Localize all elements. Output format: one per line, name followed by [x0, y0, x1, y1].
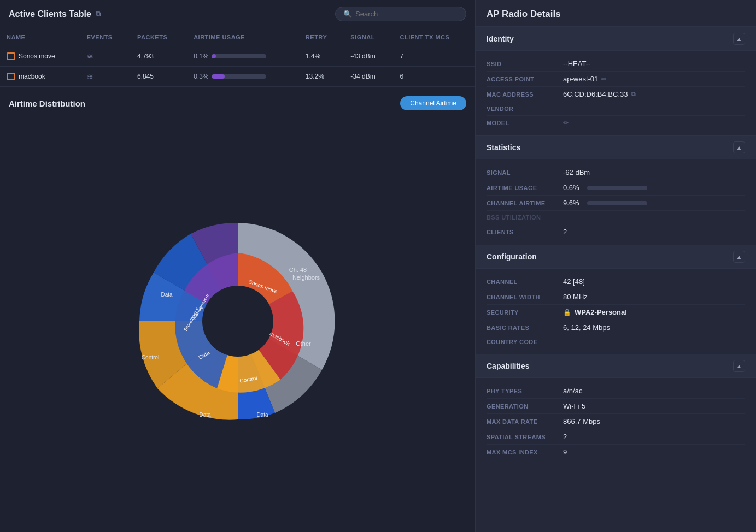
- col-events: EVENTS: [80, 28, 131, 46]
- statistics-collapse-icon[interactable]: ▲: [733, 141, 745, 153]
- clients-label: CLIENTS: [487, 229, 563, 235]
- ssid-label: SSID: [487, 61, 563, 67]
- configuration-section-header[interactable]: Configuration ▲: [476, 245, 756, 269]
- clients-row: CLIENTS 2: [487, 224, 745, 239]
- configuration-body: CHANNEL 42 [48] CHANNEL WIDTH 80 MHz SEC…: [476, 269, 756, 354]
- max-mcs-row: MAX MCS INDEX 9: [487, 445, 745, 459]
- spatial-streams-label: SPATIAL STREAMS: [487, 434, 563, 440]
- ssid-row: SSID --HEAT--: [487, 56, 745, 72]
- access-point-edit-icon[interactable]: ✏: [601, 75, 607, 83]
- channel-airtime-bar: [587, 201, 647, 205]
- search-input[interactable]: [355, 10, 458, 18]
- vendor-row: VENDOR: [487, 102, 745, 116]
- generation-label: GENERATION: [487, 403, 563, 410]
- search-box[interactable]: 🔍: [335, 7, 466, 21]
- svg-text:Data: Data: [161, 292, 173, 298]
- generation-value: Wi-Fi 5: [563, 402, 745, 410]
- mac-copy-icon[interactable]: ⧉: [631, 91, 636, 98]
- svg-text:Control: Control: [141, 354, 159, 360]
- capabilities-label: Capabilities: [487, 362, 530, 370]
- identity-section-header[interactable]: Identity ▲: [476, 27, 756, 51]
- identity-body: SSID --HEAT-- ACCESS POINT ap-west-01 ✏ …: [476, 51, 756, 135]
- max-data-rate-row: MAX DATA RATE 866.7 Mbps: [487, 414, 745, 429]
- airtime-usage-value: 0.6%: [563, 184, 745, 192]
- wifi-icon: ≋: [87, 72, 93, 81]
- col-name: NAME: [0, 28, 80, 46]
- airtime-title: Airtime Distribution: [9, 99, 85, 108]
- device-name-text: Sonos move: [19, 52, 55, 60]
- device-name-text: macbook: [19, 73, 45, 80]
- basic-rates-label: BASIC RATES: [487, 324, 563, 331]
- events-cell: ≋: [80, 46, 131, 67]
- packets-cell: 6,845: [131, 67, 187, 87]
- statistics-body: SIGNAL -62 dBm AIRTIME USAGE 0.6% CHANNE…: [476, 159, 756, 245]
- svg-text:Data: Data: [199, 412, 211, 418]
- phy-types-label: PHY TYPES: [487, 388, 563, 394]
- phy-types-value: a/n/ac: [563, 387, 745, 395]
- donut-chart-container: Ch. 48 Neighbors Other Data Data Control…: [9, 119, 466, 523]
- model-edit-icon[interactable]: ✏: [563, 119, 569, 127]
- copy-title-icon[interactable]: ⧉: [96, 10, 101, 19]
- airtime-bar-group: 0.3%: [194, 73, 292, 80]
- configuration-collapse-icon[interactable]: ▲: [733, 251, 745, 263]
- identity-label: Identity: [487, 34, 514, 43]
- device-name: Sonos move: [7, 52, 74, 60]
- security-label: SECURITY: [487, 309, 563, 316]
- search-icon: 🔍: [343, 10, 352, 18]
- mac-address-value: 6C:CD:D6:B4:BC:33 ⧉: [563, 90, 745, 98]
- packets-cell: 4,793: [131, 46, 187, 67]
- airtime-usage-row: AIRTIME USAGE 0.6%: [487, 180, 745, 196]
- table-title: Active Clients Table: [9, 9, 91, 19]
- identity-collapse-icon[interactable]: ▲: [733, 33, 745, 45]
- airtime-pct: 0.3%: [194, 73, 208, 80]
- col-signal: SIGNAL: [344, 28, 393, 46]
- mac-address-row: MAC ADDRESS 6C:CD:D6:B4:BC:33 ⧉: [487, 87, 745, 102]
- capabilities-section-header[interactable]: Capabilities ▲: [476, 354, 756, 378]
- airtime-usage-bar: [587, 186, 647, 190]
- generation-row: GENERATION Wi-Fi 5: [487, 399, 745, 414]
- events-cell: ≋: [80, 67, 131, 87]
- left-panel: Active Clients Table ⧉ 🔍 NAME EVENTS PAC…: [0, 0, 476, 532]
- statistics-label: Statistics: [487, 143, 520, 152]
- channel-value: 42 [48]: [563, 277, 745, 286]
- table-title-group: Active Clients Table ⧉: [9, 9, 101, 19]
- retry-cell: 1.4%: [299, 46, 344, 67]
- access-point-label: ACCESS POINT: [487, 76, 563, 82]
- airtime-bar-bg: [212, 54, 266, 58]
- max-data-rate-label: MAX DATA RATE: [487, 418, 563, 425]
- table-row[interactable]: Sonos move ≋4,793 0.1% 1.4%-43 dBm7: [0, 46, 475, 67]
- spatial-streams-row: SPATIAL STREAMS 2: [487, 429, 745, 445]
- signal-row: SIGNAL -62 dBm: [487, 165, 745, 180]
- signal-label: SIGNAL: [487, 169, 563, 176]
- clients-table: NAME EVENTS PACKETS AIRTIME USAGE RETRY …: [0, 28, 475, 87]
- signal-cell: -43 dBm: [344, 46, 393, 67]
- retry-cell: 13.2%: [299, 67, 344, 87]
- panel-title: AP Radio Details: [476, 0, 756, 27]
- signal-value: -62 dBm: [563, 168, 745, 176]
- channel-label: CHANNEL: [487, 279, 563, 285]
- capabilities-collapse-icon[interactable]: ▲: [733, 360, 745, 372]
- airtime-bar-fill: [212, 54, 216, 58]
- security-value: 🔒 WPA2-Personal: [563, 308, 745, 316]
- airtime-header: Airtime Distribution Channel Airtime: [9, 96, 466, 110]
- basic-rates-value: 6, 12, 24 Mbps: [563, 323, 745, 332]
- model-value: ✏: [563, 119, 745, 127]
- vendor-label: VENDOR: [487, 105, 563, 112]
- table-row[interactable]: macbook ≋6,845 0.3% 13.2%-34 dBm6: [0, 67, 475, 87]
- svg-text:Neighbors: Neighbors: [292, 274, 320, 281]
- signal-cell: -34 dBm: [344, 67, 393, 87]
- donut-chart: Ch. 48 Neighbors Other Data Data Control…: [118, 201, 358, 441]
- channel-airtime-button[interactable]: Channel Airtime: [400, 96, 466, 110]
- country-code-label: COUNTRY CODE: [487, 339, 563, 345]
- max-mcs-label: MAX MCS INDEX: [487, 449, 563, 456]
- airtime-bar-bg: [212, 74, 266, 79]
- device-icon: [7, 52, 15, 60]
- mcs-cell: 7: [394, 46, 475, 67]
- access-point-row: ACCESS POINT ap-west-01 ✏: [487, 72, 745, 87]
- table-header: Active Clients Table ⧉ 🔍: [0, 0, 475, 28]
- right-panel: AP Radio Details Identity ▲ SSID --HEAT-…: [476, 0, 756, 532]
- col-airtime: AIRTIME USAGE: [187, 28, 299, 46]
- statistics-section-header[interactable]: Statistics ▲: [476, 135, 756, 159]
- bss-utilization-label: BSS UTILIZATION: [487, 214, 563, 221]
- device-icon: [7, 73, 15, 80]
